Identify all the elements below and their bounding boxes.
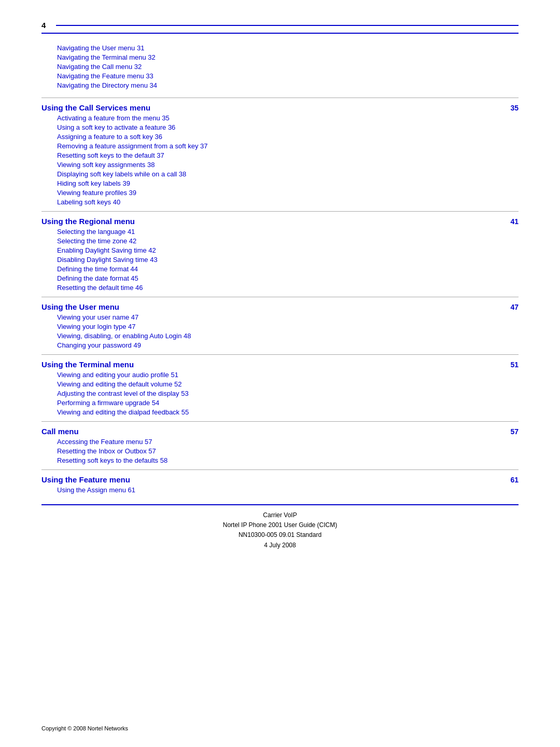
footer-line3: NN10300-005 09.01 Standard [41,530,519,540]
toc-item-link[interactable]: Viewing your login type 47 [57,323,519,330]
section-items-2: Viewing your user name 47Viewing your lo… [41,313,519,349]
section-items-5: Using the Assign menu 61 [41,486,519,494]
toc-item-link[interactable]: Labeling soft keys 40 [57,198,519,206]
section-divider [41,98,519,98]
toc-item-link[interactable]: Changing your password 49 [57,341,519,349]
toc-item-link[interactable]: Selecting the language 41 [57,228,519,236]
section-header-3: Using the Terminal menu51 [41,360,519,369]
toc-item-link[interactable]: Activating a feature from the menu 35 [57,114,519,122]
toc-item-link[interactable]: Performing a firmware upgrade 54 [57,399,519,407]
section-page-number: 41 [510,217,519,226]
toc-item-link[interactable]: Viewing feature profiles 39 [57,189,519,197]
section-header-2: Using the User menu47 [41,302,519,311]
toc-item-link[interactable]: Assigning a feature to a soft key 36 [57,133,519,141]
toc-item-link[interactable]: Using the Assign menu 61 [57,486,519,494]
section-title[interactable]: Using the Call Services menu [41,103,150,112]
section-divider [41,297,519,297]
toc-item-link[interactable]: Resetting the default time 46 [57,284,519,292]
section-title[interactable]: Using the User menu [41,302,119,311]
toc-item-link[interactable]: Selecting the time zone 42 [57,237,519,245]
section-divider [41,469,519,470]
top-divider [56,25,519,26]
section-items-1: Selecting the language 41Selecting the t… [41,228,519,292]
toc-item-link[interactable]: Adjusting the contrast level of the disp… [57,390,519,397]
copyright: Copyright © 2008 Nortel Networks [41,725,128,731]
toc-item-link[interactable]: Displaying soft key labels while on a ca… [57,170,519,178]
section-title[interactable]: Call menu [41,427,79,436]
section-items-4: Accessing the Feature menu 57Resetting t… [41,438,519,464]
section-header-4: Call menu57 [41,427,519,436]
section-2: Using the User menu47Viewing your user n… [41,302,519,349]
footer-divider [41,504,519,505]
toc-item-link[interactable]: Resetting soft keys to the defaults 58 [57,457,519,464]
section-header-1: Using the Regional menu41 [41,217,519,226]
section-page-number: 51 [510,361,519,369]
intro-link[interactable]: Navigating the Terminal menu 32 [57,53,519,61]
toc-item-link[interactable]: Viewing your user name 47 [57,313,519,321]
section-1: Using the Regional menu41Selecting the l… [41,217,519,292]
section-title[interactable]: Using the Terminal menu [41,360,134,369]
intro-link[interactable]: Navigating the Call menu 32 [57,63,519,71]
toc-item-link[interactable]: Viewing, disabling, or enabling Auto Log… [57,332,519,340]
section-divider [41,421,519,422]
footer: Carrier VoIP Nortel IP Phone 2001 User G… [41,510,519,550]
section-3: Using the Terminal menu51Viewing and edi… [41,360,519,416]
toc-item-link[interactable]: Removing a feature assignment from a sof… [57,142,519,150]
toc-item-link[interactable]: Resetting the Inbox or Outbox 57 [57,447,519,455]
toc-item-link[interactable]: Hiding soft key labels 39 [57,179,519,187]
toc-item-link[interactable]: Accessing the Feature menu 57 [57,438,519,446]
section-4: Call menu57Accessing the Feature menu 57… [41,427,519,464]
section-0: Using the Call Services menu35Activating… [41,103,519,206]
section-page-number: 57 [510,427,519,436]
intro-links: Navigating the User menu 31Navigating th… [41,44,519,89]
toc-item-link[interactable]: Viewing soft key assignments 38 [57,161,519,169]
toc-item-link[interactable]: Defining the time format 44 [57,265,519,273]
toc-item-link[interactable]: Enabling Daylight Saving time 42 [57,246,519,254]
section-title[interactable]: Using the Regional menu [41,217,135,226]
section-header-0: Using the Call Services menu35 [41,103,519,112]
section-header-5: Using the Feature menu61 [41,475,519,484]
section-page-number: 47 [510,303,519,311]
section-items-0: Activating a feature from the menu 35Usi… [41,114,519,206]
toc-item-link[interactable]: Viewing and editing the dialpad feedback… [57,408,519,416]
footer-line4: 4 July 2008 [41,541,519,550]
section-page-number: 35 [510,104,519,112]
section-page-number: 61 [510,476,519,484]
toc-item-link[interactable]: Viewing and editing your audio profile 5… [57,371,519,379]
section-items-3: Viewing and editing your audio profile 5… [41,371,519,416]
page-number: 4 [41,21,46,30]
section-title[interactable]: Using the Feature menu [41,475,130,484]
footer-line1: Carrier VoIP [41,510,519,520]
intro-link[interactable]: Navigating the Feature menu 33 [57,72,519,80]
section-5: Using the Feature menu61Using the Assign… [41,475,519,494]
footer-line2: Nortel IP Phone 2001 User Guide (CICM) [41,520,519,530]
toc-item-link[interactable]: Using a soft key to activate a feature 3… [57,123,519,131]
toc-item-link[interactable]: Resetting soft keys to the default 37 [57,151,519,159]
toc-item-link[interactable]: Defining the date format 45 [57,274,519,282]
section-divider [41,354,519,355]
intro-link[interactable]: Navigating the Directory menu 34 [57,81,519,89]
section-divider [41,211,519,212]
intro-link[interactable]: Navigating the User menu 31 [57,44,519,52]
sections-container: Using the Call Services menu35Activating… [41,98,519,494]
toc-item-link[interactable]: Disabling Daylight Saving time 43 [57,256,519,264]
toc-item-link[interactable]: Viewing and editing the default volume 5… [57,380,519,388]
